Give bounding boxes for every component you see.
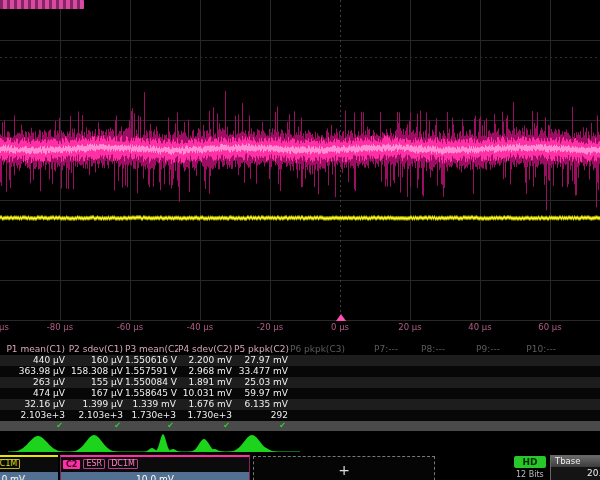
measure-table-row: 363.98 µV158.308 µV1.557591 V2.968 mV33.… (0, 366, 600, 377)
axis-tick-label: 20 µs (398, 322, 421, 332)
measure-table-row: 2.103e+32.103e+31.730e+31.730e+3292 (0, 410, 600, 421)
trace-annotation-badge (0, 0, 84, 9)
measure-value: 1.730e+3 (125, 410, 178, 421)
axis-tick-label: -60 µs (117, 322, 143, 332)
measure-header-p9[interactable]: P9:--- (447, 344, 502, 355)
measure-status-check-icon: ✔ (125, 421, 178, 431)
measure-status-check-icon: ✔ (178, 421, 234, 431)
measure-value: 167 µV (67, 388, 125, 399)
measure-value: 158.308 µV (67, 366, 125, 377)
axis-tick-label: -20 µs (257, 322, 283, 332)
measure-value: 32.16 µV (0, 399, 67, 410)
channel-descriptor-c2[interactable]: C2 ESR DC1M 10.0 mV (60, 455, 250, 480)
measure-value: 27.97 mV (234, 355, 290, 366)
measure-value: 33.477 mV (234, 366, 290, 377)
measure-value: 1.558645 V (125, 388, 178, 399)
measure-value: 363.98 µV (0, 366, 67, 377)
measure-header-p4[interactable]: P4 sdev(C2) (178, 344, 234, 355)
measure-header-p3[interactable]: P3 mean(C2) (125, 344, 178, 355)
c1-coupling-badge: DC1M (0, 459, 20, 469)
hd-mode-badge[interactable]: HD (514, 456, 546, 468)
measure-table-row: 474 µV167 µV1.558645 V10.031 mV59.97 mV (0, 388, 600, 399)
measure-header-p10[interactable]: P10:--- (502, 344, 558, 355)
measure-table-row: 440 µV160 µV1.550616 V2.200 mV27.97 mV (0, 355, 600, 366)
c2-coupling-badge: DC1M (108, 459, 138, 469)
measure-status-check-icon: ✔ (234, 421, 290, 431)
measure-value: 292 (234, 410, 290, 421)
measure-value: 1.891 mV (178, 377, 234, 388)
axis-tick-label: 40 µs (468, 322, 491, 332)
oscilloscope-screen: -100 µs-80 µs-60 µs-40 µs-20 µs0 µs20 µs… (0, 0, 600, 480)
measure-value: 263 µV (0, 377, 67, 388)
measure-value: 1.676 mV (178, 399, 234, 410)
hd-bits-label: 12 Bits (516, 470, 544, 479)
axis-tick-label: 60 µs (538, 322, 561, 332)
measure-header-p6[interactable]: P6 pkpk(C3) (290, 344, 345, 355)
measure-value: 1.550616 V (125, 355, 178, 366)
measure-value: 59.97 mV (234, 388, 290, 399)
trigger-position-marker[interactable] (336, 314, 346, 321)
measure-table-row: 263 µV155 µV1.550084 V1.891 mV25.03 mV (0, 377, 600, 388)
measure-value: 160 µV (67, 355, 125, 366)
measure-value: 10.031 mV (178, 388, 234, 399)
axis-tick-label: -40 µs (187, 322, 213, 332)
measure-value: 1.339 mV (125, 399, 178, 410)
timebase-value: 20.0 µs (551, 467, 600, 480)
measure-value: 474 µV (0, 388, 67, 399)
c2-esr-badge: ESR (83, 459, 105, 469)
plus-icon: + (338, 462, 350, 478)
measure-header-p7[interactable]: P7:--- (345, 344, 400, 355)
c1-vertical-scale: 10.0 mV (0, 472, 58, 480)
axis-tick-label: -100 µs (0, 322, 9, 332)
measure-status-check-icon: ✔ (0, 421, 67, 431)
axis-tick-label: 0 µs (331, 322, 349, 332)
measure-value: 25.03 mV (234, 377, 290, 388)
measure-value: 2.103e+3 (0, 410, 67, 421)
measure-header-p2[interactable]: P2 sdev(C1) (67, 344, 125, 355)
c2-vertical-scale: 10.0 mV (61, 472, 249, 480)
measure-status-check-icon: ✔ (67, 421, 125, 431)
measure-value: 1.557591 V (125, 366, 178, 377)
measure-value: 155 µV (67, 377, 125, 388)
measure-value: 2.200 mV (178, 355, 234, 366)
timebase-title: Tbase (551, 456, 600, 467)
add-trace-button[interactable]: + (253, 456, 435, 480)
measure-value: 440 µV (0, 355, 67, 366)
measure-value: 2.103e+3 (67, 410, 125, 421)
measure-value: 2.968 mV (178, 366, 234, 377)
measure-value: 6.135 mV (234, 399, 290, 410)
channel-descriptor-c1[interactable]: C1 DC1M 10.0 mV (0, 455, 58, 480)
measure-header-p5[interactable]: P5 pkpk(C2) (234, 344, 290, 355)
measure-header-p8[interactable]: P8:--- (400, 344, 447, 355)
axis-tick-label: -80 µs (47, 322, 73, 332)
measure-value: 1.730e+3 (178, 410, 234, 421)
measure-value: 1.399 µV (67, 399, 125, 410)
measure-header-p1[interactable]: P1 mean(C1) (0, 344, 67, 355)
timebase-descriptor[interactable]: Tbase 20.0 µs (550, 455, 600, 480)
c2-label: C2 (63, 460, 80, 469)
measure-table-row: 32.16 µV1.399 µV1.339 mV1.676 mV6.135 mV (0, 399, 600, 410)
measure-value: 1.550084 V (125, 377, 178, 388)
